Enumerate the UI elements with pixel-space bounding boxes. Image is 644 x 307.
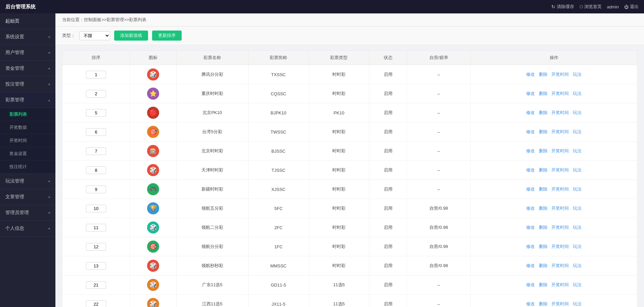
edit-link[interactable]: 修改	[526, 263, 535, 268]
sidebar-item-bet-stats[interactable]: 投注统计	[0, 160, 55, 173]
edit-link[interactable]: 修改	[526, 244, 535, 249]
clear-cache-button[interactable]: ↻ 清除缓存	[551, 4, 574, 10]
add-game-button[interactable]: 添加新游戏	[114, 31, 148, 41]
seq-input[interactable]	[86, 243, 106, 251]
cell-icon: 🎲	[130, 161, 176, 180]
sidebar-item-lottery-list[interactable]: 彩票列表	[0, 108, 55, 121]
table-row: 🎲 江西11选5 JX11-5 11选5 启用 – 修改 删除 开奖时间 玩法	[62, 295, 637, 307]
col-icon: 图标	[130, 51, 176, 65]
play-link[interactable]: 玩法	[573, 187, 582, 192]
play-link[interactable]: 玩法	[573, 72, 582, 77]
delete-link[interactable]: 删除	[539, 244, 548, 249]
type-select[interactable]: 不限 时时彩 PK10 11选5 快乐10分	[79, 31, 110, 40]
delete-link[interactable]: 删除	[539, 282, 548, 287]
edit-link[interactable]: 修改	[526, 91, 535, 96]
open-time-link[interactable]: 开奖时间	[551, 91, 569, 96]
cell-status: 启用	[369, 199, 407, 218]
delete-link[interactable]: 删除	[539, 148, 548, 153]
edit-link[interactable]: 修改	[526, 110, 535, 115]
edit-link[interactable]: 修改	[526, 225, 535, 230]
logout-button[interactable]: ⏻ 退出	[624, 4, 639, 10]
sidebar-item-user-management[interactable]: 用户管理 ▾	[0, 45, 55, 61]
sidebar-item-draw-data[interactable]: 开奖数据	[0, 121, 55, 134]
sidebar-item-asset-management[interactable]: 资金管理 ▾	[0, 61, 55, 76]
seq-input[interactable]	[86, 128, 106, 136]
update-sort-button[interactable]: 更新排序	[152, 31, 182, 41]
play-link[interactable]: 玩法	[573, 167, 582, 172]
sidebar-item-article-management[interactable]: 文章管理 ▾	[0, 189, 55, 205]
delete-link[interactable]: 删除	[539, 72, 548, 77]
cell-odds: 自营/0.98	[407, 256, 471, 275]
visit-home-button[interactable]: ⬡ 浏览首页	[580, 4, 602, 10]
play-link[interactable]: 玩法	[573, 301, 582, 306]
delete-link[interactable]: 删除	[539, 263, 548, 268]
edit-link[interactable]: 修改	[526, 72, 535, 77]
edit-link[interactable]: 修改	[526, 187, 535, 192]
play-link[interactable]: 玩法	[573, 91, 582, 96]
seq-input[interactable]	[86, 224, 106, 232]
open-time-link[interactable]: 开奖时间	[551, 148, 569, 153]
seq-input[interactable]	[86, 166, 106, 174]
sidebar-item-system-settings[interactable]: 系统设置 ▾	[0, 29, 55, 45]
play-link[interactable]: 玩法	[573, 225, 582, 230]
edit-link[interactable]: 修改	[526, 301, 535, 306]
open-time-link[interactable]: 开奖时间	[551, 72, 569, 77]
open-time-link[interactable]: 开奖时间	[551, 282, 569, 287]
sidebar-item-prize-settings[interactable]: 奖金设置	[0, 147, 55, 160]
cell-ops: 修改 删除 开奖时间 玩法	[471, 218, 637, 237]
seq-input[interactable]	[86, 281, 106, 289]
edit-link[interactable]: 修改	[526, 282, 535, 287]
delete-link[interactable]: 删除	[539, 129, 548, 134]
delete-link[interactable]: 删除	[539, 187, 548, 192]
table-row: 🔴 北京PK10 BJPK10 PK10 启用 – 修改 删除 开奖时间 玩法	[62, 103, 637, 122]
delete-link[interactable]: 删除	[539, 225, 548, 230]
open-time-link[interactable]: 开奖时间	[551, 263, 569, 268]
lottery-icon: 🎲	[147, 298, 159, 307]
play-link[interactable]: 玩法	[573, 148, 582, 153]
seq-input[interactable]	[86, 300, 106, 307]
sidebar-item-lottery-management[interactable]: 彩票管理 ▴	[0, 92, 55, 108]
sidebar-item-home[interactable]: 起始页	[0, 13, 55, 29]
sidebar-item-admin-management[interactable]: 管理员管理 ▾	[0, 205, 55, 221]
edit-link[interactable]: 修改	[526, 167, 535, 172]
open-time-link[interactable]: 开奖时间	[551, 244, 569, 249]
sidebar-item-bet-management[interactable]: 投注管理 ▾	[0, 76, 55, 92]
delete-link[interactable]: 删除	[539, 91, 548, 96]
seq-input[interactable]	[86, 109, 106, 117]
edit-link[interactable]: 修改	[526, 206, 535, 211]
cell-short: 5FC	[248, 199, 309, 218]
open-time-link[interactable]: 开奖时间	[551, 225, 569, 230]
open-time-link[interactable]: 开奖时间	[551, 187, 569, 192]
open-time-link[interactable]: 开奖时间	[551, 129, 569, 134]
play-link[interactable]: 玩法	[573, 244, 582, 249]
col-status: 状态	[369, 51, 407, 65]
seq-input[interactable]	[86, 147, 106, 155]
play-link[interactable]: 玩法	[573, 110, 582, 115]
open-time-link[interactable]: 开奖时间	[551, 167, 569, 172]
seq-input[interactable]	[86, 71, 106, 79]
sidebar-item-gameplay-management[interactable]: 玩法管理 ▾	[0, 173, 55, 189]
cell-name: 新疆时时彩	[176, 180, 248, 199]
play-link[interactable]: 玩法	[573, 282, 582, 287]
open-time-link[interactable]: 开奖时间	[551, 301, 569, 306]
delete-link[interactable]: 删除	[539, 301, 548, 306]
play-link[interactable]: 玩法	[573, 206, 582, 211]
play-link[interactable]: 玩法	[573, 129, 582, 134]
edit-link[interactable]: 修改	[526, 129, 535, 134]
open-time-link[interactable]: 开奖时间	[551, 206, 569, 211]
table-row: 🎯 领航分分彩 1FC 时时彩 启用 自营/0.98 修改 删除 开奖时间 玩法	[62, 237, 637, 256]
delete-link[interactable]: 删除	[539, 110, 548, 115]
play-link[interactable]: 玩法	[573, 263, 582, 268]
open-time-link[interactable]: 开奖时间	[551, 110, 569, 115]
seq-input[interactable]	[86, 90, 106, 98]
seq-input[interactable]	[86, 205, 106, 212]
delete-link[interactable]: 删除	[539, 206, 548, 211]
cell-odds: 自营/0.98	[407, 237, 471, 256]
edit-link[interactable]: 修改	[526, 148, 535, 153]
sidebar-item-draw-time[interactable]: 开奖时间	[0, 134, 55, 147]
sidebar-item-personal-info[interactable]: 个人信息 ▾	[0, 221, 55, 237]
seq-input[interactable]	[86, 186, 106, 193]
delete-link[interactable]: 删除	[539, 167, 548, 172]
seq-input[interactable]	[86, 262, 106, 270]
layout: 起始页 系统设置 ▾ 用户管理 ▾ 资金管理 ▾ 投注管理 ▾ 彩票管理 ▴ 彩…	[0, 13, 644, 307]
